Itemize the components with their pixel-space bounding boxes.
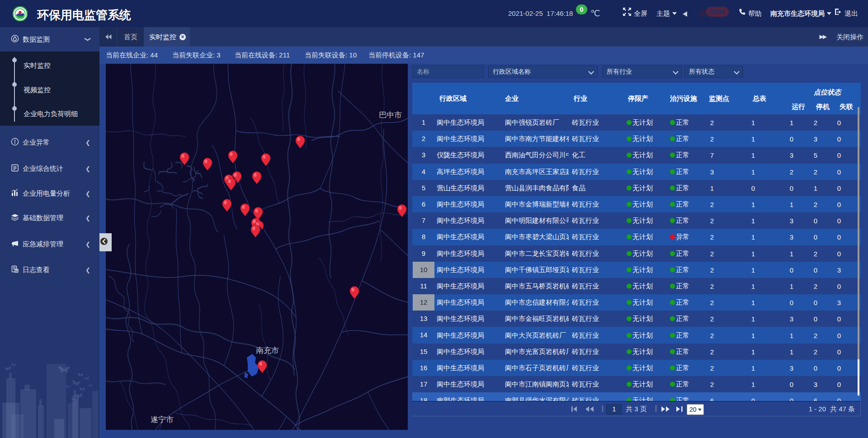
- svg-text:遂宁市: 遂宁市: [151, 415, 174, 424]
- svg-text:南充市: 南充市: [256, 346, 279, 355]
- svg-text:巴中市: 巴中市: [379, 111, 402, 119]
